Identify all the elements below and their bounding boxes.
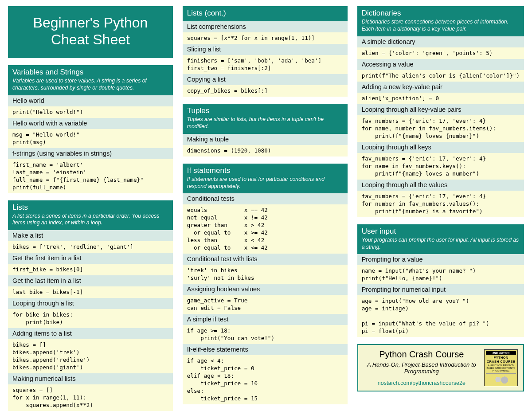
title-line-1: Beginner's Python	[12, 14, 168, 31]
code-block: bikes = ['trek', 'redline', 'giant']	[8, 241, 173, 253]
subhead: Looping through all the values	[357, 180, 524, 191]
section-header: User input Your programs can prompt the …	[357, 224, 524, 254]
section-lists: Lists A list stores a series of items in…	[8, 200, 173, 411]
code-block: fav_numbers = {'eric': 17, 'ever': 4} fo…	[357, 115, 524, 142]
section-title: If statements	[187, 166, 343, 175]
subhead: If-elif-else statements	[183, 344, 348, 355]
section-if: If statements If statements are used to …	[183, 164, 348, 405]
subhead: Prompting for a value	[357, 254, 524, 265]
code-block: dimensions = (1920, 1080)	[183, 145, 348, 157]
code-block: if age < 4: ticket_price = 0 elif age < …	[183, 355, 348, 404]
code-block: copy_of_bikes = bikes[:]	[183, 85, 348, 97]
code-block: msg = "Hello world!" print(msg)	[8, 129, 173, 148]
section-variables: Variables and Strings Variables are used…	[8, 65, 173, 193]
subhead: A simple if test	[183, 314, 348, 325]
code-block: print(f"The alien's color is {alien['col…	[357, 70, 524, 82]
subhead: Assigning boolean values	[183, 284, 348, 295]
subhead: Get the first item in a list	[8, 253, 173, 264]
promo-text: Python Crash Course A Hands-On, Project-…	[364, 349, 480, 386]
code-block: for bike in bikes: print(bike)	[8, 309, 173, 328]
subhead: Looping through a list	[8, 298, 173, 309]
cheat-sheet-page: Beginner's Python Cheat Sheet Variables …	[8, 6, 524, 411]
promo-subtitle: A Hands-On, Project-Based Introduction t…	[364, 361, 480, 375]
code-block: alien['x_position'] = 0	[357, 93, 524, 104]
subhead: Conditional tests	[183, 193, 348, 204]
section-desc: A list stores a series of items in a par…	[12, 213, 168, 227]
subhead: Making a tuple	[183, 134, 348, 145]
promo-link[interactable]: nostarch.com/pythoncrashcourse2e	[364, 380, 480, 386]
section-tuples: Tuples Tuples are similar to lists, but …	[183, 104, 348, 157]
subhead: Get the last item in a list	[8, 275, 173, 286]
section-header: Tuples Tuples are similar to lists, but …	[183, 104, 348, 134]
subhead: Adding a new key-value pair	[357, 82, 524, 93]
subhead: Make a list	[8, 230, 173, 241]
subhead: Looping through all key-value pairs	[357, 104, 524, 115]
code-block: game_active = True can_edit = False	[183, 295, 348, 314]
section-desc: Tuples are similar to lists, but the ite…	[187, 116, 343, 130]
code-block: age = input("How old are you? ") age = i…	[357, 295, 524, 337]
subhead: Conditional test with lists	[183, 254, 348, 265]
code-block: fav_numbers = {'eric': 17, 'ever': 4} fo…	[357, 153, 524, 180]
book-art-icon	[486, 373, 516, 384]
book-tagline: A HANDS-ON, PROJECT-BASED INTRODUCTION T…	[486, 364, 516, 372]
code-block: last_bike = bikes[-1]	[8, 286, 173, 298]
column-3: Dictionaries Dictionaries store connecti…	[357, 6, 524, 411]
section-dictionaries: Dictionaries Dictionaries store connecti…	[357, 6, 524, 217]
section-title: Lists	[12, 203, 168, 212]
code-block: finishers = ['sam', 'bob', 'ada', 'bea']…	[183, 55, 348, 74]
code-block: squares = [x**2 for x in range(1, 11)]	[183, 32, 348, 44]
column-2: Lists (cont.) List comprehensions square…	[183, 6, 348, 411]
code-block: first_bike = bikes[0]	[8, 264, 173, 275]
section-lists-cont: Lists (cont.) List comprehensions square…	[183, 6, 348, 97]
promo-title: Python Crash Course	[364, 349, 480, 360]
subhead: Adding items to a list	[8, 328, 173, 339]
section-title: Tuples	[187, 106, 343, 115]
subhead: Looping through all keys	[357, 142, 524, 153]
section-title: User input	[362, 227, 520, 236]
subhead: Hello world with a variable	[8, 118, 173, 129]
code-block: bikes = [] bikes.append('trek') bikes.ap…	[8, 339, 173, 373]
code-block: fav_numbers = {'eric': 17, 'ever': 4} fo…	[357, 191, 524, 217]
code-block: name = input("What's your name? ") print…	[357, 265, 524, 284]
code-block: first_name = 'albert' last_name = 'einst…	[8, 159, 173, 193]
book-title-2: CRASH COURSE	[486, 360, 516, 364]
section-desc: Variables are used to store values. A st…	[12, 78, 168, 92]
section-title: Dictionaries	[362, 9, 520, 18]
book-cover-icon: 2ND EDITION PYTHON CRASH COURSE A HANDS-…	[484, 349, 518, 386]
section-header: Variables and Strings Variables are used…	[8, 65, 173, 95]
section-header: Lists (cont.)	[183, 6, 348, 21]
subhead: Prompting for numerical input	[357, 284, 524, 295]
section-header: Lists A list stores a series of items in…	[8, 200, 173, 231]
section-desc: Your programs can prompt the user for in…	[362, 237, 520, 251]
promo-box: Python Crash Course A Hands-On, Project-…	[357, 344, 524, 391]
subhead: Making numerical lists	[8, 373, 173, 384]
subhead: Hello world	[8, 95, 173, 106]
code-block: squares = [] for x in range(1, 11): squa…	[8, 384, 173, 411]
subhead: A simple dictionary	[357, 36, 524, 47]
code-block: print("Hello world!")	[8, 106, 173, 118]
book-title-1: PYTHON	[486, 356, 516, 360]
column-1: Beginner's Python Cheat Sheet Variables …	[8, 6, 173, 411]
code-block: alien = {'color': 'green', 'points': 5}	[357, 47, 524, 59]
subhead: Copying a list	[183, 74, 348, 85]
code-block: if age >= 18: print("You can vote!")	[183, 325, 348, 344]
section-user-input: User input Your programs can prompt the …	[357, 224, 524, 337]
title-line-2: Cheat Sheet	[12, 31, 168, 48]
subhead: f-strings (using variables in strings)	[8, 148, 173, 159]
section-desc: Dictionaries store connections between p…	[362, 19, 520, 33]
subhead: List comprehensions	[183, 21, 348, 32]
section-desc: If statements are used to test for parti…	[187, 176, 343, 190]
book-edition: 2ND EDITION	[486, 351, 516, 355]
section-header: Dictionaries Dictionaries store connecti…	[357, 6, 524, 36]
subhead: Accessing a value	[357, 59, 524, 70]
code-block: 'trek' in bikes 'surly' not in bikes	[183, 265, 348, 284]
section-header: If statements If statements are used to …	[183, 164, 348, 194]
subhead: Slicing a list	[183, 44, 348, 55]
section-title: Variables and Strings	[12, 68, 168, 77]
code-block: equals x == 42 not equal x != 42 greater…	[183, 204, 348, 254]
main-title: Beginner's Python Cheat Sheet	[8, 6, 173, 58]
section-title: Lists (cont.)	[187, 9, 343, 18]
